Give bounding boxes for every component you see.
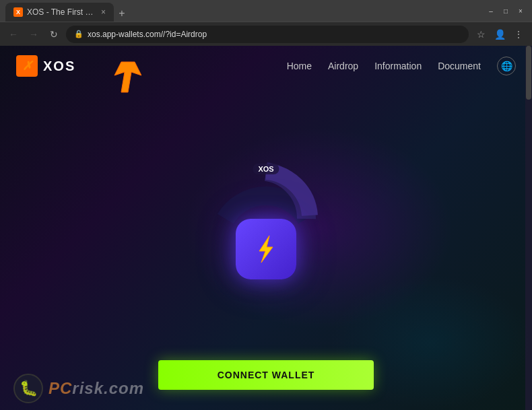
nav-airdrop[interactable]: Airdrop xyxy=(328,61,358,71)
site-logo: ✗ XOS xyxy=(16,55,75,77)
watermark-bug-icon: 🐛 xyxy=(20,380,38,397)
browser-tab[interactable]: X XOS - The First Solana L2 × xyxy=(5,3,114,22)
arrow-annotation xyxy=(88,55,141,96)
tab-favicon: X xyxy=(13,7,23,17)
profile-icon[interactable]: 👤 xyxy=(492,26,508,42)
lock-icon: 🔒 xyxy=(74,30,84,38)
watermark: 🐛 PCrisk.com xyxy=(13,374,144,403)
watermark-circle: 🐛 xyxy=(13,374,43,403)
lightning-icon xyxy=(249,232,283,266)
nav-document[interactable]: Document xyxy=(438,61,481,71)
window-controls: – □ × xyxy=(485,5,527,17)
connect-wallet-button[interactable]: CONNECT WALLET xyxy=(158,360,374,390)
nav-icons: ☆ 👤 ⋮ xyxy=(473,26,527,42)
minimize-button[interactable]: – xyxy=(485,5,497,17)
browser-frame: X XOS - The First Solana L2 × + – □ × ← … xyxy=(0,0,532,410)
center-area: XOS xyxy=(212,151,320,279)
title-bar: X XOS - The First Solana L2 × + – □ × xyxy=(0,0,532,22)
svg-marker-0 xyxy=(114,62,141,92)
globe-icon[interactable]: 🌐 xyxy=(497,57,516,75)
page-content: ✗ XOS Home Airdrop Information Document … xyxy=(0,46,532,410)
back-button[interactable]: ← xyxy=(5,26,22,42)
nav-home[interactable]: Home xyxy=(287,61,312,71)
site-header: ✗ XOS Home Airdrop Information Document … xyxy=(0,46,532,86)
tab-area: X XOS - The First Solana L2 × + xyxy=(5,0,482,22)
maximize-button[interactable]: □ xyxy=(500,5,512,17)
tab-close-button[interactable]: × xyxy=(101,7,106,17)
forward-button[interactable]: → xyxy=(26,26,42,42)
central-icon xyxy=(236,219,296,279)
close-button[interactable]: × xyxy=(514,5,527,17)
svg-marker-1 xyxy=(259,236,273,263)
logo-text: XOS xyxy=(43,59,75,74)
new-tab-button[interactable]: + xyxy=(114,5,130,22)
xos-arc-label: XOS xyxy=(253,164,279,174)
reload-button[interactable]: ↻ xyxy=(46,26,62,42)
address-bar[interactable]: 🔒 xos.app-wallets.com//?id=Airdrop xyxy=(66,26,469,43)
scrollbar[interactable] xyxy=(525,46,532,410)
url-text: xos.app-wallets.com//?id=Airdrop xyxy=(88,30,207,39)
tab-title: XOS - The First Solana L2 xyxy=(27,7,94,17)
navigation-bar: ← → ↻ 🔒 xos.app-wallets.com//?id=Airdrop… xyxy=(0,22,532,46)
nav-information[interactable]: Information xyxy=(374,61,422,71)
logo-icon: ✗ xyxy=(16,55,38,77)
site-nav: Home Airdrop Information Document 🌐 xyxy=(287,57,516,75)
bookmark-icon[interactable]: ☆ xyxy=(473,26,489,42)
menu-icon[interactable]: ⋮ xyxy=(510,26,527,42)
watermark-text: PCrisk.com xyxy=(48,379,144,398)
